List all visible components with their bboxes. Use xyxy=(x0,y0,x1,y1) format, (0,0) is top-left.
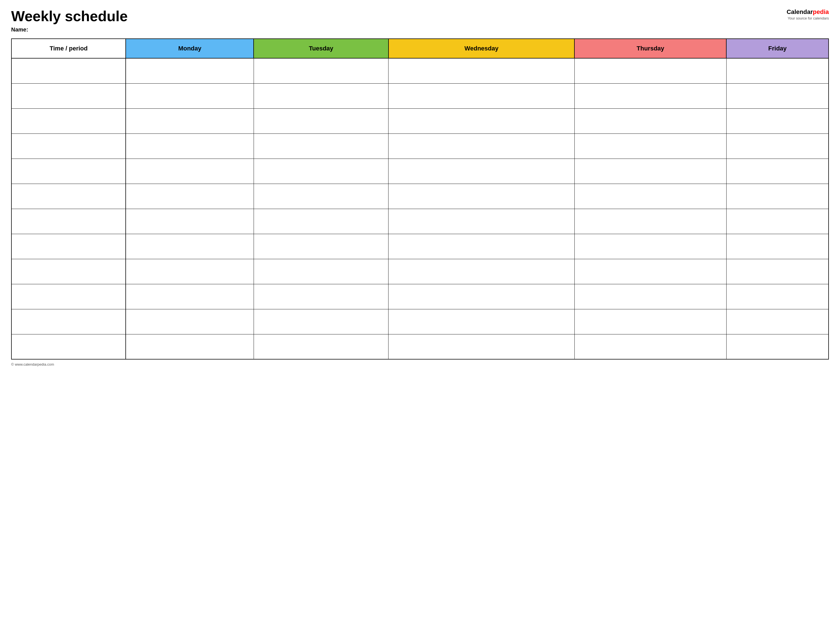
time-cell[interactable] xyxy=(11,159,126,184)
schedule-cell[interactable] xyxy=(254,309,388,334)
time-cell[interactable] xyxy=(11,83,126,109)
schedule-cell[interactable] xyxy=(726,259,829,284)
schedule-cell[interactable] xyxy=(726,83,829,109)
schedule-cell[interactable] xyxy=(126,134,254,159)
schedule-cell[interactable] xyxy=(726,209,829,234)
logo-tagline: Your source for calendars xyxy=(786,16,829,21)
schedule-cell[interactable] xyxy=(575,209,726,234)
schedule-cell[interactable] xyxy=(726,234,829,259)
schedule-cell[interactable] xyxy=(575,184,726,209)
schedule-cell[interactable] xyxy=(575,83,726,109)
header-section: Weekly schedule Name: Calendarpedia Your… xyxy=(11,8,829,33)
time-cell[interactable] xyxy=(11,109,126,134)
col-header-time: Time / period xyxy=(11,39,126,58)
time-cell[interactable] xyxy=(11,334,126,359)
schedule-cell[interactable] xyxy=(126,159,254,184)
schedule-cell[interactable] xyxy=(388,334,575,359)
schedule-cell[interactable] xyxy=(126,234,254,259)
schedule-cell[interactable] xyxy=(254,259,388,284)
schedule-cell[interactable] xyxy=(126,58,254,83)
table-row xyxy=(11,334,829,359)
schedule-cell[interactable] xyxy=(388,184,575,209)
schedule-cell[interactable] xyxy=(126,334,254,359)
col-header-friday: Friday xyxy=(726,39,829,58)
logo-calendar-text: Calendar xyxy=(786,8,813,15)
schedule-body xyxy=(11,58,829,359)
schedule-cell[interactable] xyxy=(388,83,575,109)
schedule-cell[interactable] xyxy=(388,109,575,134)
time-cell[interactable] xyxy=(11,309,126,334)
table-row xyxy=(11,209,829,234)
schedule-cell[interactable] xyxy=(726,334,829,359)
footer-url: © www.calendarpedia.com xyxy=(11,362,54,366)
time-cell[interactable] xyxy=(11,234,126,259)
schedule-cell[interactable] xyxy=(126,209,254,234)
schedule-cell[interactable] xyxy=(726,284,829,309)
schedule-cell[interactable] xyxy=(726,58,829,83)
schedule-cell[interactable] xyxy=(126,284,254,309)
table-header-row: Time / period Monday Tuesday Wednesday T… xyxy=(11,39,829,58)
schedule-cell[interactable] xyxy=(126,109,254,134)
table-row xyxy=(11,109,829,134)
schedule-cell[interactable] xyxy=(575,134,726,159)
schedule-cell[interactable] xyxy=(254,234,388,259)
schedule-cell[interactable] xyxy=(726,309,829,334)
schedule-cell[interactable] xyxy=(388,58,575,83)
schedule-cell[interactable] xyxy=(388,259,575,284)
schedule-cell[interactable] xyxy=(726,184,829,209)
table-row xyxy=(11,184,829,209)
table-row xyxy=(11,309,829,334)
schedule-cell[interactable] xyxy=(575,58,726,83)
schedule-cell[interactable] xyxy=(726,159,829,184)
schedule-cell[interactable] xyxy=(126,83,254,109)
schedule-cell[interactable] xyxy=(388,234,575,259)
schedule-cell[interactable] xyxy=(126,259,254,284)
schedule-cell[interactable] xyxy=(254,109,388,134)
schedule-cell[interactable] xyxy=(254,184,388,209)
time-cell[interactable] xyxy=(11,259,126,284)
table-row xyxy=(11,159,829,184)
name-label: Name: xyxy=(11,27,786,33)
table-row xyxy=(11,58,829,83)
schedule-cell[interactable] xyxy=(254,83,388,109)
schedule-cell[interactable] xyxy=(254,159,388,184)
footer: © www.calendarpedia.com xyxy=(11,362,829,366)
schedule-cell[interactable] xyxy=(254,334,388,359)
schedule-cell[interactable] xyxy=(254,284,388,309)
col-header-wednesday: Wednesday xyxy=(388,39,575,58)
page-title: Weekly schedule xyxy=(11,8,786,24)
time-cell[interactable] xyxy=(11,284,126,309)
table-row xyxy=(11,134,829,159)
time-cell[interactable] xyxy=(11,184,126,209)
schedule-cell[interactable] xyxy=(254,134,388,159)
table-row xyxy=(11,284,829,309)
schedule-cell[interactable] xyxy=(388,134,575,159)
time-cell[interactable] xyxy=(11,134,126,159)
schedule-cell[interactable] xyxy=(388,309,575,334)
schedule-cell[interactable] xyxy=(575,234,726,259)
schedule-cell[interactable] xyxy=(126,309,254,334)
schedule-cell[interactable] xyxy=(575,334,726,359)
schedule-cell[interactable] xyxy=(575,284,726,309)
schedule-cell[interactable] xyxy=(726,134,829,159)
schedule-cell[interactable] xyxy=(388,209,575,234)
schedule-cell[interactable] xyxy=(575,259,726,284)
logo-text: Calendarpedia xyxy=(786,8,829,16)
schedule-cell[interactable] xyxy=(575,159,726,184)
schedule-cell[interactable] xyxy=(575,309,726,334)
table-row xyxy=(11,259,829,284)
schedule-cell[interactable] xyxy=(388,284,575,309)
col-header-monday: Monday xyxy=(126,39,254,58)
time-cell[interactable] xyxy=(11,209,126,234)
schedule-cell[interactable] xyxy=(126,184,254,209)
schedule-table: Time / period Monday Tuesday Wednesday T… xyxy=(11,38,829,360)
schedule-cell[interactable] xyxy=(254,58,388,83)
logo-area: Calendarpedia Your source for calendars xyxy=(786,8,829,21)
time-cell[interactable] xyxy=(11,58,126,83)
table-row xyxy=(11,83,829,109)
schedule-cell[interactable] xyxy=(726,109,829,134)
schedule-cell[interactable] xyxy=(575,109,726,134)
schedule-cell[interactable] xyxy=(388,159,575,184)
schedule-cell[interactable] xyxy=(254,209,388,234)
col-header-thursday: Thursday xyxy=(575,39,726,58)
